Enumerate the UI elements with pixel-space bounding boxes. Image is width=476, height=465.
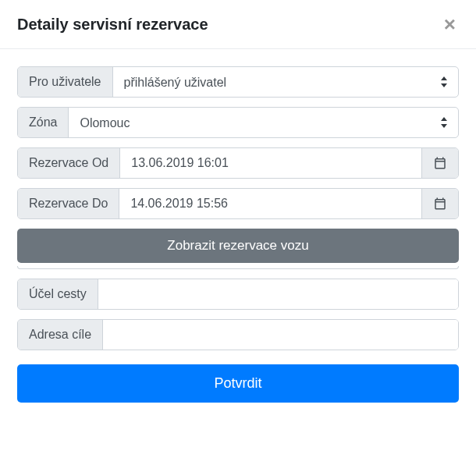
close-button[interactable]: × — [441, 14, 459, 34]
reservation-details-modal: Detaily servisní rezervace × Pro uživate… — [0, 0, 476, 421]
user-select[interactable]: přihlášený uživatel — [113, 68, 459, 97]
destination-field-group: Adresa cíle — [17, 319, 459, 350]
from-calendar-button[interactable] — [421, 148, 458, 178]
calendar-icon — [433, 197, 447, 211]
close-icon: × — [444, 12, 456, 36]
to-label: Rezervace Do — [18, 189, 119, 218]
destination-label: Adresa cíle — [18, 320, 103, 350]
to-calendar-button[interactable] — [421, 189, 458, 218]
to-input[interactable] — [119, 189, 421, 218]
destination-input[interactable] — [103, 320, 458, 350]
user-label: Pro uživatele — [18, 67, 113, 97]
modal-title: Detaily servisní rezervace — [17, 16, 208, 34]
confirm-button[interactable]: Potvrdit — [17, 364, 459, 403]
modal-header: Detaily servisní rezervace × — [0, 0, 476, 49]
user-field-group: Pro uživatele přihlášený uživatel — [17, 66, 459, 98]
zone-select[interactable]: Olomouc — [69, 108, 458, 137]
from-input[interactable] — [120, 148, 421, 178]
purpose-field-group: Účel cesty — [17, 279, 459, 310]
show-reservations-button[interactable]: Zobrazit rezervace vozu — [17, 229, 459, 263]
zone-label: Zóna — [18, 108, 69, 137]
purpose-input[interactable] — [98, 279, 458, 309]
zone-field-group: Zóna Olomouc — [17, 107, 459, 138]
divider — [17, 266, 459, 269]
zone-select-wrap: Olomouc — [69, 108, 458, 137]
user-select-wrap: přihlášený uživatel — [113, 67, 459, 97]
from-field-group: Rezervace Od — [17, 147, 459, 179]
to-field-group: Rezervace Do — [17, 188, 459, 219]
from-label: Rezervace Od — [18, 148, 120, 178]
modal-body: Pro uživatele přihlášený uživatel Zóna O… — [0, 49, 476, 421]
purpose-label: Účel cesty — [18, 279, 98, 309]
calendar-icon — [433, 156, 447, 170]
